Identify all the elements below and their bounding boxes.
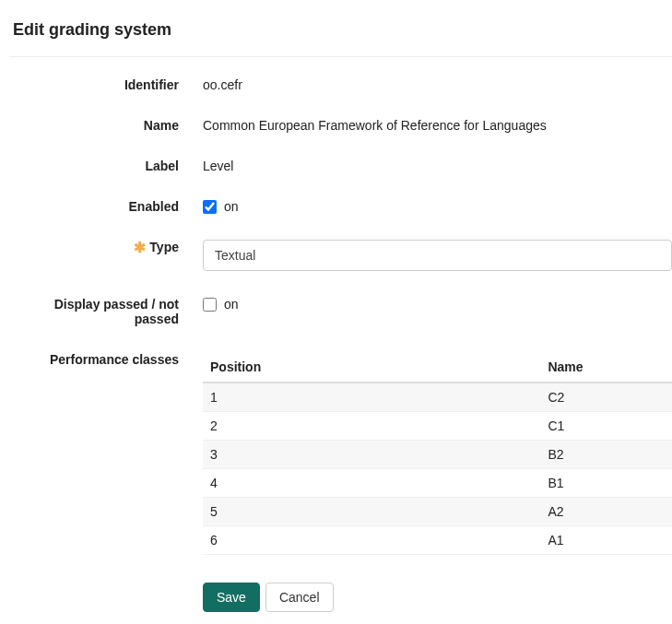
table-row[interactable]: 6 A1: [203, 526, 672, 555]
identifier-label: Identifier: [9, 76, 203, 92]
display-passed-checkbox[interactable]: [203, 298, 217, 312]
cell-position: 3: [203, 441, 540, 469]
label-value: Level: [203, 157, 672, 173]
cell-name: B1: [540, 469, 672, 498]
performance-classes-label: Performance classes: [9, 350, 203, 367]
column-header-name: Name: [540, 352, 672, 383]
name-label: Name: [9, 116, 203, 133]
required-icon: ✱: [134, 240, 146, 255]
type-select[interactable]: Textual: [203, 240, 672, 271]
identifier-value: oo.cefr: [203, 76, 672, 92]
enabled-text: on: [224, 199, 239, 214]
display-passed-text: on: [224, 297, 239, 312]
cell-position: 2: [203, 412, 540, 441]
cell-position: 6: [203, 526, 540, 555]
display-passed-label: Display passed / not passed: [9, 295, 203, 326]
table-row[interactable]: 1 C2: [203, 383, 672, 412]
save-button[interactable]: Save: [203, 583, 260, 612]
cell-name: A2: [540, 498, 672, 526]
cell-position: 5: [203, 498, 540, 526]
cell-position: 4: [203, 469, 540, 498]
type-label: ✱Type: [9, 238, 203, 255]
cell-position: 1: [203, 383, 540, 412]
display-passed-checkbox-wrapper[interactable]: on: [203, 297, 672, 312]
cell-name: C2: [540, 383, 672, 412]
cell-name: B2: [540, 441, 672, 469]
table-row[interactable]: 5 A2: [203, 498, 672, 526]
table-row[interactable]: 2 C1: [203, 412, 672, 441]
table-row[interactable]: 3 B2: [203, 441, 672, 469]
enabled-checkbox[interactable]: [203, 200, 217, 214]
divider: [9, 56, 672, 57]
performance-classes-table: Position Name 1 C2 2 C1 3 B2: [203, 352, 672, 555]
name-value: Common European Framework of Reference f…: [203, 116, 672, 133]
page-title: Edit grading system: [13, 20, 672, 40]
grading-system-form: Identifier oo.cefr Name Common European …: [9, 76, 672, 612]
enabled-checkbox-wrapper[interactable]: on: [203, 199, 672, 214]
table-row[interactable]: 4 B1: [203, 469, 672, 498]
enabled-label: Enabled: [9, 197, 203, 214]
cancel-button[interactable]: Cancel: [265, 583, 334, 612]
label-label: Label: [9, 157, 203, 173]
cell-name: A1: [540, 526, 672, 555]
column-header-position: Position: [203, 352, 540, 383]
cell-name: C1: [540, 412, 672, 441]
